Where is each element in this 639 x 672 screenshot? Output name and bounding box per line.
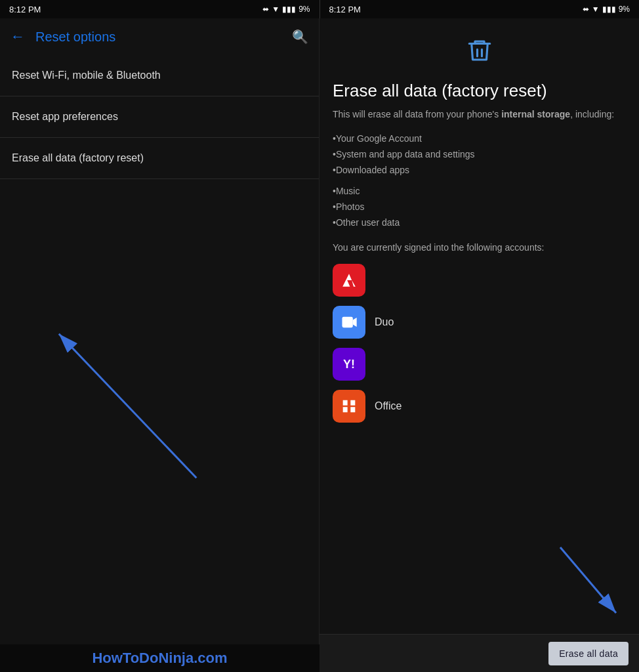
office-icon xyxy=(333,390,365,423)
duo-icon xyxy=(333,306,365,339)
panel-title: Reset options xyxy=(35,30,292,45)
yahoo-icon: Y! xyxy=(333,348,365,381)
erase-desc-text2: , including: xyxy=(570,109,614,119)
app-row-office: Office xyxy=(333,390,626,423)
right-content: Erase all data (factory reset) This will… xyxy=(320,18,639,634)
wifi-icon: ▼ xyxy=(272,5,279,14)
search-button[interactable]: 🔍 xyxy=(292,29,308,45)
data-item-music: •Music xyxy=(333,183,626,199)
svg-line-1 xyxy=(59,334,197,478)
menu-item-app-prefs[interactable]: Reset app preferences xyxy=(0,96,319,138)
office-label: Office xyxy=(375,400,402,412)
data-item-system: •System and app data and settings xyxy=(333,146,626,162)
wifi-icon-r: ▼ xyxy=(592,5,600,14)
data-item-other: •Other user data xyxy=(333,215,626,230)
left-panel: ← Reset options 🔍 Reset Wi-Fi, mobile & … xyxy=(0,18,320,672)
status-bar-left: 8:12 PM ⬌︎ ▼ ▮▮▮ 9% xyxy=(0,0,320,18)
trash-icon-container xyxy=(333,37,626,70)
erase-all-data-button[interactable]: Erase all data xyxy=(548,642,629,665)
time-right: 8:12 PM xyxy=(329,5,361,14)
panel-header: ← Reset options 🔍 xyxy=(0,18,319,55)
right-panel: Erase all data (factory reset) This will… xyxy=(320,18,639,672)
signal-icon: ▮▮▮ xyxy=(282,5,296,14)
yahoo-letter: Y! xyxy=(343,358,355,371)
menu-item-factory-reset[interactable]: Erase all data (factory reset) xyxy=(0,138,319,179)
signal-icon-r: ▮▮▮ xyxy=(602,5,616,14)
erase-description: This will erase all data from your phone… xyxy=(333,108,626,121)
svg-rect-4 xyxy=(342,317,353,327)
back-button[interactable]: ← xyxy=(10,28,25,45)
status-bar: 8:12 PM ⬌︎ ▼ ▮▮▮ 9% 8:12 PM ⬌︎ ▼ ▮▮▮ 9% xyxy=(0,0,639,18)
battery-left: 9% xyxy=(299,5,310,14)
time-left: 8:12 PM xyxy=(9,5,41,14)
status-icons-left: ⬌︎ ▼ ▮▮▮ 9% xyxy=(262,5,310,14)
svg-marker-2 xyxy=(342,274,352,287)
adobe-icon xyxy=(333,264,365,297)
data-item-apps: •Downloaded apps xyxy=(333,162,626,178)
watermark-left: HowToDoNinja.com xyxy=(0,644,320,672)
watermark-text: HowToDoNinja.com xyxy=(92,650,227,666)
erase-desc-text1: This will erase all data from your phone… xyxy=(333,109,501,119)
data-item-google: •Your Google Account xyxy=(333,131,626,146)
signed-in-text: You are currently signed into the follow… xyxy=(333,241,626,255)
svg-marker-3 xyxy=(352,280,356,287)
battery-right: 9% xyxy=(619,5,630,14)
erase-title: Erase all data (factory reset) xyxy=(333,81,626,101)
status-bar-right: 8:12 PM ⬌︎ ▼ ▮▮▮ 9% xyxy=(320,0,640,18)
erase-desc-bold: internal storage xyxy=(501,109,570,119)
app-row-yahoo: Y! xyxy=(333,348,626,381)
data-items-list: •Your Google Account •System and app dat… xyxy=(333,131,626,230)
status-icons-right: ⬌︎ ▼ ▮▮▮ 9% xyxy=(583,5,630,14)
duo-label: Duo xyxy=(375,316,394,328)
menu-item-wifi[interactable]: Reset Wi-Fi, mobile & Bluetooth xyxy=(0,55,319,96)
bluetooth-icon-r: ⬌︎ xyxy=(583,5,589,14)
app-row-adobe xyxy=(333,264,626,297)
data-item-photos: •Photos xyxy=(333,199,626,215)
arrow-annotation-left xyxy=(0,179,319,672)
bottom-action-bar: Erase all data xyxy=(320,634,639,672)
main-content: ← Reset options 🔍 Reset Wi-Fi, mobile & … xyxy=(0,18,639,672)
app-row-duo: Duo xyxy=(333,306,626,339)
bluetooth-icon: ⬌︎ xyxy=(262,5,269,14)
trash-icon xyxy=(466,43,493,70)
svg-marker-5 xyxy=(353,318,357,327)
